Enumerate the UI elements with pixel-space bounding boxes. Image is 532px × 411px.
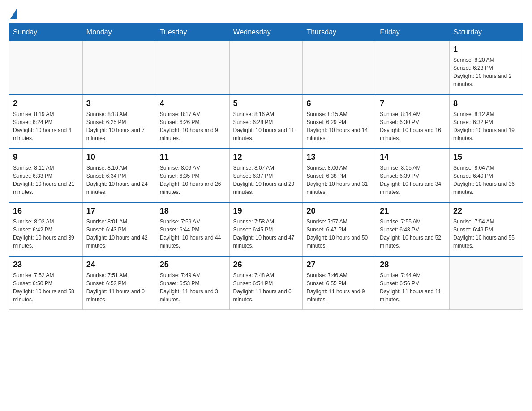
day-number: 1 (453, 45, 519, 54)
calendar-week-2: 2Sunrise: 8:19 AMSunset: 6:24 PMDaylight… (9, 95, 523, 149)
day-info: Sunrise: 8:09 AMSunset: 6:35 PMDaylight:… (160, 164, 226, 196)
day-number: 4 (160, 99, 226, 108)
day-number: 18 (160, 206, 226, 216)
day-number: 23 (13, 260, 79, 270)
calendar-cell: 6Sunrise: 8:15 AMSunset: 6:29 PMDaylight… (303, 95, 376, 149)
day-number: 3 (86, 99, 152, 108)
day-number: 26 (233, 260, 299, 270)
day-info: Sunrise: 7:59 AMSunset: 6:44 PMDaylight:… (160, 218, 226, 250)
calendar-cell: 14Sunrise: 8:05 AMSunset: 6:39 PMDayligh… (376, 149, 450, 202)
day-number: 24 (86, 260, 152, 270)
day-of-week-wednesday: Wednesday (229, 24, 303, 41)
calendar-cell: 5Sunrise: 8:16 AMSunset: 6:28 PMDaylight… (229, 95, 303, 149)
day-info: Sunrise: 7:51 AMSunset: 6:52 PMDaylight:… (86, 271, 152, 304)
day-info: Sunrise: 8:12 AMSunset: 6:32 PMDaylight:… (453, 110, 519, 142)
calendar-cell (376, 41, 450, 95)
calendar-cell: 17Sunrise: 8:01 AMSunset: 6:43 PMDayligh… (82, 202, 156, 256)
day-number: 2 (13, 99, 79, 108)
calendar-cell (9, 41, 83, 95)
calendar-table: SundayMondayTuesdayWednesdayThursdayFrid… (9, 23, 523, 310)
day-number: 27 (306, 260, 372, 270)
calendar-cell: 4Sunrise: 8:17 AMSunset: 6:26 PMDaylight… (156, 95, 229, 149)
calendar-cell: 19Sunrise: 7:58 AMSunset: 6:45 PMDayligh… (229, 202, 303, 256)
day-info: Sunrise: 8:11 AMSunset: 6:33 PMDaylight:… (13, 164, 79, 196)
calendar-cell: 28Sunrise: 7:44 AMSunset: 6:56 PMDayligh… (376, 256, 450, 310)
day-info: Sunrise: 7:54 AMSunset: 6:49 PMDaylight:… (453, 218, 519, 250)
calendar-cell (303, 41, 376, 95)
calendar-week-1: 1Sunrise: 8:20 AMSunset: 6:23 PMDaylight… (9, 41, 523, 95)
day-of-week-tuesday: Tuesday (156, 24, 229, 41)
day-number: 5 (233, 99, 299, 108)
calendar-header-row: SundayMondayTuesdayWednesdayThursdayFrid… (9, 24, 523, 41)
day-info: Sunrise: 8:10 AMSunset: 6:34 PMDaylight:… (86, 164, 152, 196)
day-info: Sunrise: 7:49 AMSunset: 6:53 PMDaylight:… (160, 271, 226, 304)
calendar-cell: 21Sunrise: 7:55 AMSunset: 6:48 PMDayligh… (376, 202, 450, 256)
day-of-week-thursday: Thursday (303, 24, 376, 41)
day-info: Sunrise: 7:48 AMSunset: 6:54 PMDaylight:… (233, 271, 299, 304)
day-number: 25 (160, 260, 226, 270)
day-number: 15 (453, 153, 519, 162)
day-number: 13 (306, 153, 372, 162)
calendar-cell: 2Sunrise: 8:19 AMSunset: 6:24 PMDaylight… (9, 95, 83, 149)
calendar-cell: 16Sunrise: 8:02 AMSunset: 6:42 PMDayligh… (9, 202, 83, 256)
day-info: Sunrise: 8:18 AMSunset: 6:25 PMDaylight:… (86, 110, 152, 142)
day-number: 22 (453, 206, 519, 216)
day-number: 10 (86, 153, 152, 162)
day-number: 12 (233, 153, 299, 162)
calendar-week-4: 16Sunrise: 8:02 AMSunset: 6:42 PMDayligh… (9, 202, 523, 256)
day-number: 8 (453, 99, 519, 108)
calendar-week-3: 9Sunrise: 8:11 AMSunset: 6:33 PMDaylight… (9, 149, 523, 202)
calendar-week-5: 23Sunrise: 7:52 AMSunset: 6:50 PMDayligh… (9, 256, 523, 310)
day-info: Sunrise: 8:19 AMSunset: 6:24 PMDaylight:… (13, 110, 79, 142)
day-info: Sunrise: 8:17 AMSunset: 6:26 PMDaylight:… (160, 110, 226, 142)
calendar-cell: 3Sunrise: 8:18 AMSunset: 6:25 PMDaylight… (82, 95, 156, 149)
day-number: 17 (86, 206, 152, 216)
calendar-cell: 7Sunrise: 8:14 AMSunset: 6:30 PMDaylight… (376, 95, 450, 149)
calendar-cell: 24Sunrise: 7:51 AMSunset: 6:52 PMDayligh… (82, 256, 156, 310)
day-info: Sunrise: 8:02 AMSunset: 6:42 PMDaylight:… (13, 218, 79, 250)
calendar-cell: 27Sunrise: 7:46 AMSunset: 6:55 PMDayligh… (303, 256, 376, 310)
calendar-cell: 20Sunrise: 7:57 AMSunset: 6:47 PMDayligh… (303, 202, 376, 256)
day-of-week-saturday: Saturday (450, 24, 523, 41)
day-info: Sunrise: 8:16 AMSunset: 6:28 PMDaylight:… (233, 110, 299, 142)
day-number: 6 (306, 99, 372, 108)
calendar-cell: 13Sunrise: 8:06 AMSunset: 6:38 PMDayligh… (303, 149, 376, 202)
calendar-cell: 11Sunrise: 8:09 AMSunset: 6:35 PMDayligh… (156, 149, 229, 202)
day-number: 9 (13, 153, 79, 162)
calendar-cell: 8Sunrise: 8:12 AMSunset: 6:32 PMDaylight… (450, 95, 523, 149)
day-number: 20 (306, 206, 372, 216)
day-info: Sunrise: 7:46 AMSunset: 6:55 PMDaylight:… (306, 271, 372, 304)
logo-triangle-icon (10, 9, 17, 19)
day-info: Sunrise: 8:15 AMSunset: 6:29 PMDaylight:… (306, 110, 372, 142)
day-info: Sunrise: 8:05 AMSunset: 6:39 PMDaylight:… (380, 164, 446, 196)
day-info: Sunrise: 8:20 AMSunset: 6:23 PMDaylight:… (453, 56, 519, 88)
day-number: 7 (380, 99, 446, 108)
day-info: Sunrise: 7:55 AMSunset: 6:48 PMDaylight:… (380, 218, 446, 250)
day-number: 19 (233, 206, 299, 216)
day-number: 16 (13, 206, 79, 216)
calendar-cell: 22Sunrise: 7:54 AMSunset: 6:49 PMDayligh… (450, 202, 523, 256)
day-info: Sunrise: 7:58 AMSunset: 6:45 PMDaylight:… (233, 218, 299, 250)
day-info: Sunrise: 8:06 AMSunset: 6:38 PMDaylight:… (306, 164, 372, 196)
day-of-week-monday: Monday (82, 24, 156, 41)
day-of-week-friday: Friday (376, 24, 450, 41)
calendar-cell (82, 41, 156, 95)
calendar-cell: 18Sunrise: 7:59 AMSunset: 6:44 PMDayligh… (156, 202, 229, 256)
calendar-cell (156, 41, 229, 95)
calendar-cell (229, 41, 303, 95)
calendar-cell (450, 256, 523, 310)
page-header (9, 9, 523, 19)
day-number: 11 (160, 153, 226, 162)
calendar-cell: 9Sunrise: 8:11 AMSunset: 6:33 PMDaylight… (9, 149, 83, 202)
calendar-cell: 23Sunrise: 7:52 AMSunset: 6:50 PMDayligh… (9, 256, 83, 310)
calendar-cell: 15Sunrise: 8:04 AMSunset: 6:40 PMDayligh… (450, 149, 523, 202)
day-info: Sunrise: 7:57 AMSunset: 6:47 PMDaylight:… (306, 218, 372, 250)
logo (9, 9, 17, 19)
calendar-cell: 25Sunrise: 7:49 AMSunset: 6:53 PMDayligh… (156, 256, 229, 310)
calendar-cell: 12Sunrise: 8:07 AMSunset: 6:37 PMDayligh… (229, 149, 303, 202)
day-info: Sunrise: 8:07 AMSunset: 6:37 PMDaylight:… (233, 164, 299, 196)
day-number: 21 (380, 206, 446, 216)
day-number: 14 (380, 153, 446, 162)
calendar-cell: 1Sunrise: 8:20 AMSunset: 6:23 PMDaylight… (450, 41, 523, 95)
day-of-week-sunday: Sunday (9, 24, 83, 41)
